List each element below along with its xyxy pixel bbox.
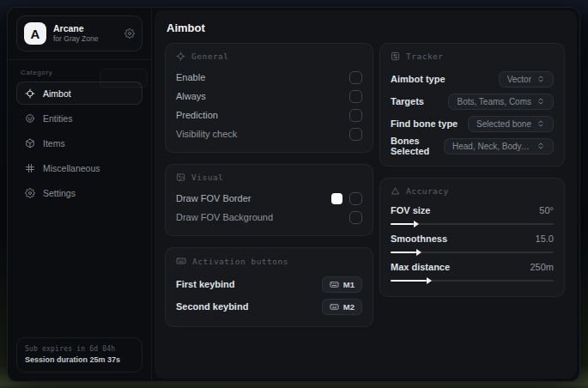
setting-row-visibility-check: Visibility check <box>176 124 362 143</box>
keybind-value: M1 <box>343 280 355 289</box>
main-panel: Aimbot General Enable Always <box>155 10 577 379</box>
keyboard-icon <box>330 280 339 289</box>
fov-size-slider-group: FOV size 50° <box>391 203 554 225</box>
setting-row-draw-fov-background: Draw FOV Background <box>176 208 362 227</box>
enable-checkbox[interactable] <box>349 71 362 84</box>
chevrons-up-down-icon <box>536 119 545 128</box>
crosshair-icon <box>176 52 185 61</box>
keybind-value: M2 <box>343 302 355 312</box>
setting-row-draw-fov-border: Draw FOV Border <box>176 189 362 208</box>
always-checkbox[interactable] <box>349 90 362 103</box>
max-distance-slider-group: Max distance 250m <box>391 259 554 282</box>
max-distance-slider[interactable] <box>391 280 554 282</box>
setting-row-targets: Targets Bots, Teams, Coms <box>391 90 554 112</box>
second-keybind-button[interactable]: M2 <box>322 299 362 315</box>
sidebar-item-label: Items <box>43 138 65 149</box>
dropdown-value: Vector <box>507 75 531 84</box>
sidebar-item-label: Settings <box>43 188 76 198</box>
setting-row-first-keybind: First keybind M1 <box>176 273 362 295</box>
slider-fill[interactable] <box>391 223 414 225</box>
brand-card: A Arcane for Gray Zone <box>16 15 142 52</box>
first-keybind-button[interactable]: M1 <box>322 276 362 293</box>
app-logo: A <box>24 22 46 45</box>
chevrons-up-down-icon <box>536 142 545 150</box>
smoothness-slider-group: Smoothness 15.0 <box>391 231 554 253</box>
fov-size-slider[interactable] <box>391 223 554 225</box>
sidebar: A Arcane for Gray Zone Category Aimbot E… <box>8 8 152 381</box>
visual-card: Visual Draw FOV Border Draw FOV Backgrou… <box>165 164 373 236</box>
sidebar-item-miscellaneous[interactable]: Miscellaneous <box>16 156 142 179</box>
keyboard-icon <box>176 256 186 266</box>
keyboard-icon <box>330 302 339 312</box>
setting-label: Second keybind <box>176 301 248 312</box>
slider-value: 50° <box>539 205 554 215</box>
grid-icon <box>25 163 35 173</box>
sidebar-item-entities[interactable]: Entities <box>16 106 142 130</box>
prediction-checkbox[interactable] <box>349 109 362 122</box>
image-icon <box>176 173 185 182</box>
triangle-icon <box>391 186 400 196</box>
setting-label: Find bone type <box>391 118 458 129</box>
setting-label: Draw FOV Background <box>176 212 273 222</box>
bones-selected-dropdown[interactable]: Head, Neck, Body, Pe.. <box>444 138 554 155</box>
setting-label: Bones Selected <box>391 136 444 156</box>
dropdown-value: Selected bone <box>476 119 531 129</box>
setting-label: Aimbot type <box>391 74 446 84</box>
setting-label: Always <box>176 91 206 101</box>
chevrons-up-down-icon <box>536 97 545 106</box>
card-title: Activation buttons <box>192 257 288 266</box>
tracker-card: Tracker Aimbot type Vector Targets Bots,… <box>379 43 565 167</box>
page-title: Aimbot <box>167 21 565 34</box>
setting-row-aimbot-type: Aimbot type Vector <box>391 68 554 90</box>
setting-label: Draw FOV Border <box>176 193 251 203</box>
dropdown-value: Bots, Teams, Coms <box>457 97 531 106</box>
setting-label: Prediction <box>176 110 218 120</box>
setting-row-second-keybind: Second keybind M2 <box>176 295 362 318</box>
visibility-check-checkbox[interactable] <box>349 128 362 141</box>
draw-fov-background-checkbox[interactable] <box>349 211 362 224</box>
sub-expires-text: Sub expires in 6d 04h <box>25 344 134 355</box>
card-title: Accuracy <box>406 186 449 196</box>
setting-label: Targets <box>391 96 424 106</box>
card-title: Visual <box>191 173 223 182</box>
card-title: Tracker <box>406 52 444 61</box>
setting-label: First keybind <box>176 279 234 289</box>
setting-label: Max distance <box>391 262 450 272</box>
targets-dropdown[interactable]: Bots, Teams, Coms <box>448 94 554 110</box>
card-title: General <box>191 52 229 61</box>
cube-icon <box>25 138 35 149</box>
accuracy-card: Accuracy FOV size 50° Smoothness <box>379 178 565 297</box>
dropdown-value: Head, Neck, Body, Pe.. <box>452 142 531 151</box>
draw-fov-border-checkbox[interactable] <box>349 192 362 205</box>
setting-row-enable: Enable <box>176 68 362 87</box>
activation-buttons-card: Activation buttons First keybind M1 Seco… <box>165 247 373 327</box>
entities-icon <box>25 113 35 124</box>
general-card: General Enable Always Prediction <box>165 43 373 153</box>
watermark-ghost <box>100 69 148 88</box>
sliders-icon <box>391 52 400 61</box>
setting-label: Smoothness <box>391 233 447 244</box>
aimbot-type-dropdown[interactable]: Vector <box>499 71 554 88</box>
slider-fill[interactable] <box>391 280 427 282</box>
slider-fill[interactable] <box>391 252 416 253</box>
sidebar-item-label: Entities <box>43 113 72 124</box>
sidebar-divider <box>8 59 151 60</box>
session-duration-text: Session duration 25m 37s <box>25 355 134 367</box>
menu-window: A Arcane for Gray Zone Category Aimbot E… <box>7 7 580 382</box>
sidebar-item-settings[interactable]: Settings <box>16 181 142 204</box>
subscription-info: Sub expires in 6d 04h Session duration 2… <box>16 337 142 373</box>
smoothness-slider[interactable] <box>391 252 554 253</box>
crosshair-icon <box>25 88 35 99</box>
setting-row-always: Always <box>176 87 362 106</box>
setting-row-prediction: Prediction <box>176 106 362 124</box>
slider-value: 15.0 <box>536 233 554 244</box>
sidebar-item-items[interactable]: Items <box>16 131 142 155</box>
fov-border-color-swatch[interactable] <box>331 193 342 204</box>
sidebar-item-label: Miscellaneous <box>43 163 100 173</box>
slider-value: 250m <box>530 262 554 272</box>
find-bone-type-dropdown[interactable]: Selected bone <box>468 116 554 132</box>
setting-row-find-bone-type: Find bone type Selected bone <box>391 112 554 135</box>
app-subtitle: for Gray Zone <box>53 34 118 44</box>
gear-icon[interactable] <box>124 28 135 39</box>
chevrons-up-down-icon <box>536 75 545 83</box>
